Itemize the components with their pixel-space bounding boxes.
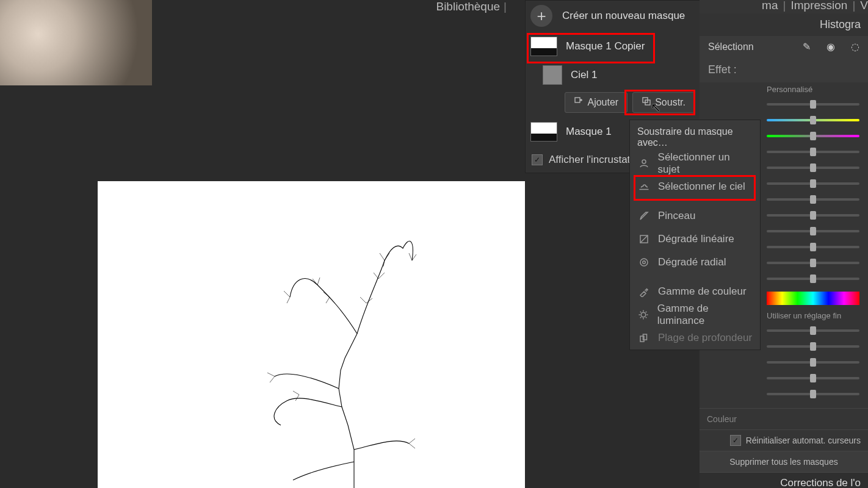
- brush-icon: [637, 209, 651, 223]
- create-new-mask-label: Créer un nouveau masque: [562, 10, 685, 22]
- sky-1-label: Ciel 1: [571, 69, 597, 81]
- select-subject-label: Sélectionner un sujet: [658, 151, 753, 176]
- svg-line-12: [317, 278, 320, 285]
- depth-range-label: Plage de profondeur: [658, 332, 752, 344]
- tab-library[interactable]: Bibliothèque: [436, 0, 500, 13]
- corrections-label: Corrections de l'o: [780, 477, 861, 488]
- mask-thumb-icon: [530, 37, 557, 56]
- eyedropper-tool-icon[interactable]: ✎: [803, 41, 811, 52]
- luminance-range-label: Gamme de luminance: [657, 303, 753, 327]
- svg-line-20: [295, 395, 299, 401]
- color-label: Couleur: [707, 414, 737, 424]
- sky-icon: [637, 180, 651, 193]
- select-sky-item[interactable]: Sélectionner le ciel: [630, 175, 760, 198]
- svg-line-8: [270, 376, 275, 382]
- tab-impression[interactable]: Impression: [790, 0, 847, 12]
- color-range-label: Gamme de couleur: [658, 285, 747, 298]
- mask-1-copy-row[interactable]: Masque 1 Copier: [526, 31, 700, 62]
- luminance-range-item[interactable]: Gamme de luminance: [630, 303, 760, 326]
- svg-line-4: [409, 253, 412, 260]
- svg-point-29: [642, 312, 646, 317]
- delete-all-masks-button[interactable]: Supprimer tous les masques: [700, 451, 868, 472]
- sky-1-row[interactable]: Ciel 1: [526, 62, 700, 88]
- subject-icon: [637, 157, 651, 170]
- delete-all-label: Supprimer tous les masques: [729, 457, 837, 467]
- tab-rama[interactable]: ma: [762, 0, 778, 12]
- svg-line-9: [409, 439, 415, 443]
- luminance-icon: [637, 308, 650, 321]
- effect-label: Effet :: [700, 57, 868, 82]
- mask-1-copy-label: Masque 1 Copier: [566, 40, 645, 52]
- brush-item[interactable]: Pinceau: [630, 204, 760, 228]
- svg-line-11: [313, 279, 317, 285]
- slider-16[interactable]: [700, 370, 868, 386]
- svg-line-13: [374, 273, 378, 279]
- custom-label[interactable]: Personnalisé: [700, 82, 868, 96]
- svg-point-24: [642, 160, 646, 163]
- brush-label: Pinceau: [658, 210, 695, 222]
- sky-thumb-icon: [543, 65, 562, 85]
- depth-icon: [637, 331, 651, 345]
- plus-icon[interactable]: +: [530, 5, 552, 27]
- webcam-overlay: [0, 0, 152, 85]
- radial-gradient-icon: [637, 256, 651, 269]
- reset-auto-label: Réinitialiser automat. curseurs: [746, 436, 861, 445]
- select-subject-item[interactable]: Sélectionner un sujet: [630, 152, 760, 175]
- tab-v[interactable]: V: [860, 0, 868, 12]
- eyedropper-icon: [637, 285, 651, 298]
- mask-thumb-icon: [530, 122, 557, 142]
- svg-rect-21: [575, 98, 580, 102]
- depth-range-item[interactable]: Plage de profondeur: [630, 326, 760, 350]
- subtract-dropdown: Soustraire du masque avec… Sélectionner …: [629, 120, 761, 350]
- color-range-item[interactable]: Gamme de couleur: [630, 280, 760, 303]
- mask-1-label: Masque 1: [566, 126, 612, 138]
- slider-17[interactable]: [700, 386, 868, 402]
- add-to-mask-button[interactable]: Ajouter: [565, 92, 627, 113]
- svg-point-28: [643, 261, 646, 264]
- add-icon: [574, 96, 584, 109]
- svg-line-1: [385, 253, 389, 260]
- svg-line-0: [380, 253, 385, 260]
- slider-15[interactable]: [700, 354, 868, 370]
- checkbox-icon[interactable]: ✓: [532, 154, 543, 165]
- image-canvas[interactable]: [98, 181, 525, 488]
- histogram-header[interactable]: Histogra: [700, 13, 868, 36]
- select-sky-label: Sélectionner le ciel: [658, 181, 745, 193]
- subtract-icon: [642, 96, 651, 109]
- svg-line-10: [409, 443, 415, 448]
- svg-line-18: [326, 297, 330, 303]
- corrections-header[interactable]: Corrections de l'o: [700, 472, 868, 488]
- reset-auto-row[interactable]: ✓ Réinitialiser automat. curseurs: [700, 429, 868, 451]
- svg-line-7: [267, 373, 275, 376]
- svg-line-19: [293, 391, 299, 395]
- svg-line-15: [360, 297, 366, 303]
- svg-point-27: [640, 259, 648, 266]
- radial-tool-icon[interactable]: ◌: [851, 41, 859, 52]
- svg-line-5: [284, 291, 290, 297]
- cursor-icon: ↖: [651, 100, 661, 115]
- select-label: Sélectionn: [708, 41, 787, 52]
- linear-gradient-icon: [637, 232, 651, 246]
- radial-gradient-item[interactable]: Dégradé radial: [630, 251, 760, 274]
- linear-gradient-label: Dégradé linéaire: [658, 233, 734, 245]
- linear-gradient-item[interactable]: Dégradé linéaire: [630, 228, 760, 251]
- svg-line-26: [640, 235, 648, 243]
- radial-gradient-label: Dégradé radial: [658, 256, 726, 268]
- tool-strip: Sélectionn ✎ ◉ ◌: [700, 36, 868, 57]
- create-new-mask-row[interactable]: + Créer un nouveau masque: [526, 1, 700, 31]
- tab-separator: |: [504, 0, 507, 13]
- overlay-label: Afficher l'incrustati: [549, 154, 632, 166]
- hue-strip[interactable]: [767, 292, 859, 305]
- svg-line-17: [324, 292, 330, 297]
- color-row[interactable]: Couleur: [700, 408, 868, 429]
- eye-tool-icon: ◉: [826, 41, 835, 52]
- svg-line-6: [287, 297, 290, 303]
- slider-1[interactable]: [700, 96, 868, 112]
- dropdown-header: Soustraire du masque avec…: [630, 120, 760, 152]
- add-label: Ajouter: [587, 97, 618, 108]
- subtract-from-mask-button[interactable]: Soustr.: [632, 92, 695, 113]
- checkbox-icon[interactable]: ✓: [730, 435, 741, 446]
